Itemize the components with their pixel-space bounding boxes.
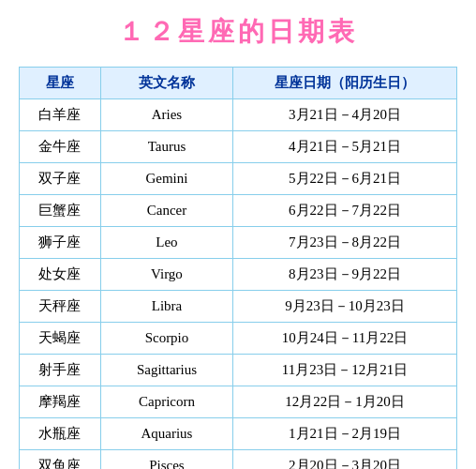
zodiac-name: 天秤座: [20, 291, 101, 323]
zodiac-english: Libra: [100, 291, 232, 323]
table-row: 射手座Sagittarius11月23日－12月21日: [20, 355, 457, 386]
zodiac-date: 7月23日－8月22日: [233, 227, 457, 259]
zodiac-name: 白羊座: [20, 99, 101, 131]
zodiac-english: Virgo: [100, 259, 232, 291]
table-row: 白羊座Aries3月21日－4月20日: [20, 99, 457, 131]
zodiac-name: 双鱼座: [20, 450, 101, 470]
header-english: 英文名称: [100, 68, 232, 99]
header-name: 星座: [20, 68, 101, 99]
page-title: １２星座的日期表: [118, 14, 358, 50]
zodiac-english: Gemini: [100, 163, 232, 195]
zodiac-english: Leo: [100, 227, 232, 259]
zodiac-date: 8月23日－9月22日: [233, 259, 457, 291]
table-row: 双鱼座Pisces2月20日－3月20日: [20, 450, 457, 470]
table-row: 狮子座Leo7月23日－8月22日: [20, 227, 457, 259]
zodiac-date: 6月22日－7月22日: [233, 195, 457, 227]
zodiac-english: Sagittarius: [100, 355, 232, 386]
zodiac-name: 处女座: [20, 259, 101, 291]
table-row: 双子座Gemini5月22日－6月21日: [20, 163, 457, 195]
zodiac-date: 5月22日－6月21日: [233, 163, 457, 195]
table-row: 金牛座Taurus4月21日－5月21日: [20, 131, 457, 163]
zodiac-name: 摩羯座: [20, 386, 101, 418]
zodiac-name: 狮子座: [20, 227, 101, 259]
zodiac-date: 3月21日－4月20日: [233, 99, 457, 131]
table-row: 摩羯座Capricorn12月22日－1月20日: [20, 386, 457, 418]
zodiac-english: Aquarius: [100, 418, 232, 450]
zodiac-date: 2月20日－3月20日: [233, 450, 457, 470]
table-row: 巨蟹座Cancer6月22日－7月22日: [20, 195, 457, 227]
zodiac-name: 双子座: [20, 163, 101, 195]
zodiac-english: Taurus: [100, 131, 232, 163]
table-row: 处女座Virgo8月23日－9月22日: [20, 259, 457, 291]
zodiac-name: 射手座: [20, 355, 101, 386]
zodiac-name: 金牛座: [20, 131, 101, 163]
zodiac-date: 12月22日－1月20日: [233, 386, 457, 418]
zodiac-english: Aries: [100, 99, 232, 131]
zodiac-table: 星座 英文名称 星座日期（阳历生日） 白羊座Aries3月21日－4月20日金牛…: [19, 67, 457, 469]
zodiac-date: 10月24日－11月22日: [233, 323, 457, 355]
zodiac-english: Pisces: [100, 450, 232, 470]
table-row: 水瓶座Aquarius1月21日－2月19日: [20, 418, 457, 450]
zodiac-date: 1月21日－2月19日: [233, 418, 457, 450]
zodiac-name: 天蝎座: [20, 323, 101, 355]
zodiac-date: 11月23日－12月21日: [233, 355, 457, 386]
zodiac-name: 水瓶座: [20, 418, 101, 450]
zodiac-english: Capricorn: [100, 386, 232, 418]
zodiac-name: 巨蟹座: [20, 195, 101, 227]
zodiac-date: 4月21日－5月21日: [233, 131, 457, 163]
zodiac-date: 9月23日－10月23日: [233, 291, 457, 323]
table-header-row: 星座 英文名称 星座日期（阳历生日）: [20, 68, 457, 99]
header-date: 星座日期（阳历生日）: [233, 68, 457, 99]
zodiac-english: Scorpio: [100, 323, 232, 355]
table-row: 天蝎座Scorpio10月24日－11月22日: [20, 323, 457, 355]
zodiac-english: Cancer: [100, 195, 232, 227]
table-row: 天秤座Libra9月23日－10月23日: [20, 291, 457, 323]
